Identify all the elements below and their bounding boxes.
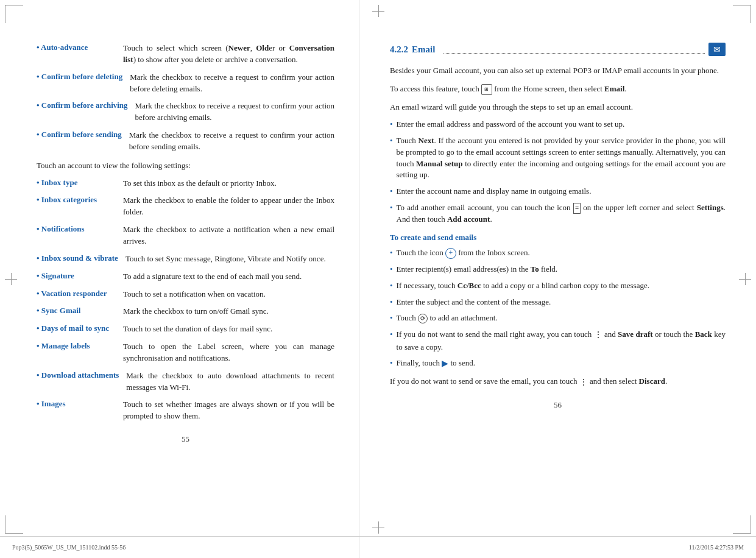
bullet-text-send-2: Enter recipient(s) email address(es) in …	[397, 264, 726, 275]
grid-icon: ⊞	[481, 84, 492, 95]
label-confirm-deleting: Confirm before deleting	[37, 72, 122, 82]
label-confirm-archiving: Confirm before archiving	[37, 101, 128, 110]
desc-confirm-deleting: Mark the checkbox to receive a request t…	[130, 72, 334, 95]
setting-download-attach: Download attachments Mark the checkbox t…	[37, 370, 334, 394]
desc-inbox-type: To set this inbox as the default or prio…	[123, 178, 334, 189]
desc-signature: To add a signature text to the end of ea…	[123, 271, 334, 283]
intro-para-3: An email wizard will guide you through t…	[390, 101, 726, 113]
setting-vacation: Vacation responder Touch to set a notifi…	[37, 289, 334, 300]
label-notifications: Notifications	[37, 224, 116, 234]
bullet-text-send-4: Enter the subject and the content of the…	[397, 297, 726, 308]
setting-manage-labels: Manage labels Touch to open the Label sc…	[37, 341, 334, 364]
touch-note: Touch an account to view the following s…	[37, 160, 334, 172]
setting-confirm-deleting: Confirm before deleting Mark the checkbo…	[37, 72, 334, 95]
label-inbox-categories: Inbox categories	[37, 195, 116, 205]
label-sync-gmail: Sync Gmail	[37, 306, 116, 316]
bullet-text-setup-3: Enter the account name and display name …	[397, 186, 726, 197]
desc-download-attach: Mark the checkbox to auto download attac…	[126, 370, 334, 394]
desc-confirm-archiving: Mark the checkbox to receive a request t…	[135, 101, 334, 124]
label-download-attach: Download attachments	[37, 370, 119, 380]
right-page-number: 56	[390, 400, 726, 410]
send-heading: To create and send emails	[390, 233, 726, 242]
bullet-send-6: • If you do not want to send the mail ri…	[390, 329, 726, 353]
intro-para-1: Besides your Gmail account, you can also…	[390, 65, 726, 77]
label-images: Images	[37, 399, 116, 409]
bullet-text-setup-1: Enter the email address and password of …	[397, 119, 726, 130]
bullet-dot-s4: •	[390, 297, 393, 308]
bullet-dot-s6: •	[390, 330, 393, 353]
bullet-send-2: • Enter recipient(s) email address(es) i…	[390, 264, 726, 275]
setting-inbox-sound: Inbox sound & vibrate Touch to set Sync …	[37, 253, 334, 265]
bullet-dot-2: •	[390, 136, 393, 181]
bullet-setup-2: • Touch Next. If the account you entered…	[390, 135, 726, 181]
setting-days-sync: Days of mail to sync Touch to set the du…	[37, 323, 334, 335]
setting-inbox-type: Inbox type To set this inbox as the defa…	[37, 178, 334, 189]
bullet-text-setup-4: To add another email account, you can to…	[397, 202, 726, 225]
footer-right: 11/2/2015 4:27:53 PM	[689, 544, 744, 551]
label-days-sync: Days of mail to sync	[37, 323, 116, 333]
label-vacation: Vacation responder	[37, 289, 116, 298]
bullet-setup-3: • Enter the account name and display nam…	[390, 186, 726, 197]
bullet-text-setup-2: Touch Next. If the account you entered i…	[397, 135, 726, 181]
label-auto-advance: Auto-advance	[37, 43, 116, 52]
bullet-dot-s7: •	[390, 358, 393, 370]
setting-sync-gmail: Sync Gmail Mark the checkbox to turn on/…	[37, 306, 334, 317]
setting-signature: Signature To add a signature text to the…	[37, 271, 334, 283]
desc-inbox-sound: Touch to set Sync message, Ringtone, Vib…	[125, 253, 334, 265]
left-column: Auto-advance Touch to select which scree…	[0, 0, 359, 558]
closing-para: If you do not want to send or save the e…	[390, 375, 726, 389]
intro-para-2: To access this feature, touch ⊞ from the…	[390, 83, 726, 95]
label-signature: Signature	[37, 271, 116, 281]
section-number: 4.2.2	[390, 44, 408, 55]
footer-left: Pop3(5)_5065W_US_UM_151102.indd 55-56	[12, 544, 125, 551]
bullet-send-5: • Touch ⟳ to add an attachment.	[390, 313, 726, 324]
desc-inbox-categories: Mark the checkbox to enable the folder t…	[123, 195, 334, 218]
setting-inbox-categories: Inbox categories Mark the checkbox to en…	[37, 195, 334, 218]
section-title: Email	[412, 44, 435, 55]
label-manage-labels: Manage labels	[37, 341, 116, 351]
setting-confirm-sending: Confirm before sending Mark the checkbox…	[37, 130, 334, 153]
bullet-send-4: • Enter the subject and the content of t…	[390, 297, 726, 308]
footer-bar: Pop3(5)_5065W_US_UM_151102.indd 55-56 11…	[0, 536, 756, 558]
bullet-dot-4: •	[390, 203, 393, 225]
bullet-text-send-7: Finally, touch ▶ to send.	[397, 358, 726, 370]
desc-auto-advance: Touch to select which screen (Newer, Old…	[123, 43, 334, 66]
page-container: Auto-advance Touch to select which scree…	[0, 0, 756, 558]
bullet-send-1: • Touch the icon + from the Inbox screen…	[390, 247, 726, 259]
section-dots	[443, 46, 705, 54]
setting-auto-advance: Auto-advance Touch to select which scree…	[37, 43, 334, 66]
desc-images: Touch to set whether images are always s…	[123, 399, 334, 422]
bullet-send-3: • If necessary, touch Cc/Bcc to add a co…	[390, 280, 726, 292]
bullet-text-send-1: Touch the icon + from the Inbox screen.	[397, 247, 726, 259]
bullet-dot-s5: •	[390, 313, 393, 324]
plus-icon: +	[445, 248, 456, 259]
section-header-email: 4.2.2 Email	[390, 43, 726, 56]
email-icon	[708, 43, 726, 56]
bullet-text-send-6: If you do not want to send the mail righ…	[397, 329, 726, 353]
setting-notifications: Notifications Mark the checkbox to activ…	[37, 224, 334, 247]
bullet-dot-3: •	[390, 186, 393, 197]
bullet-dot-s1: •	[390, 248, 393, 259]
setting-images: Images Touch to set whether images are a…	[37, 399, 334, 422]
bullet-dot-s3: •	[390, 281, 393, 292]
desc-days-sync: Touch to set the duration of days for ma…	[123, 323, 334, 335]
left-page-number: 55	[37, 434, 334, 444]
bullet-dot-s2: •	[390, 264, 393, 275]
bullet-setup-4: • To add another email account, you can …	[390, 202, 726, 225]
bullet-setup-1: • Enter the email address and password o…	[390, 119, 726, 130]
label-confirm-sending: Confirm before sending	[37, 130, 122, 140]
bullet-text-send-3: If necessary, touch Cc/Bcc to add a copy…	[397, 280, 726, 292]
desc-vacation: Touch to set a notification when on vaca…	[123, 289, 334, 300]
label-inbox-sound: Inbox sound & vibrate	[37, 253, 118, 263]
right-column: 4.2.2 Email Besides your Gmail account, …	[359, 0, 756, 558]
bullet-dot-1: •	[390, 119, 393, 130]
desc-sync-gmail: Mark the checkbox to turn on/off Gmail s…	[123, 306, 334, 317]
bullet-send-7: • Finally, touch ▶ to send.	[390, 358, 726, 370]
desc-manage-labels: Touch to open the Label screen, where yo…	[123, 341, 334, 364]
setting-confirm-archiving: Confirm before archiving Mark the checkb…	[37, 101, 334, 124]
desc-confirm-sending: Mark the checkbox to receive a request t…	[129, 130, 334, 153]
desc-notifications: Mark the checkbox to activate a notifica…	[123, 224, 334, 247]
label-inbox-type: Inbox type	[37, 178, 116, 188]
bullet-text-send-5: Touch ⟳ to add an attachment.	[397, 313, 726, 324]
